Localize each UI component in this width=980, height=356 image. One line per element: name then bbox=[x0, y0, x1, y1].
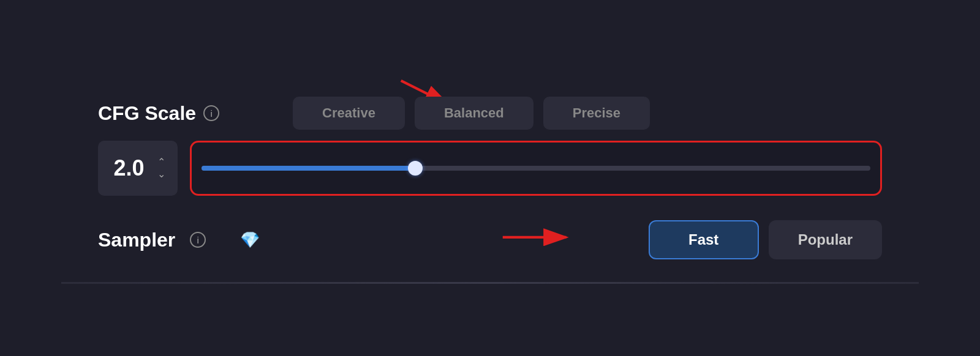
cfg-info-icon[interactable]: i bbox=[203, 105, 219, 121]
cfg-balanced-button[interactable]: Balanced bbox=[415, 97, 533, 130]
sampler-popular-button[interactable]: Popular bbox=[769, 220, 882, 259]
bottom-divider bbox=[61, 282, 919, 284]
cfg-scale-label: CFG Scale bbox=[98, 102, 196, 125]
cfg-precise-button[interactable]: Precise bbox=[543, 97, 650, 130]
sampler-label: Sampler bbox=[98, 229, 175, 251]
cfg-preset-buttons: Creative Balanced Precise bbox=[293, 97, 650, 130]
cfg-decrement-button[interactable]: ⌄ bbox=[155, 169, 168, 179]
sampler-buttons: Fast Popular bbox=[649, 220, 882, 259]
diamond-icon: 💎 bbox=[240, 231, 260, 250]
main-container: CFG Scale i Creative Balanced Precise 2.… bbox=[61, 72, 919, 284]
cfg-slider-row: 2.0 ⌃ ⌄ bbox=[98, 141, 882, 196]
cfg-value-box: 2.0 ⌃ ⌄ bbox=[98, 141, 178, 196]
cfg-slider-wrapper bbox=[190, 141, 882, 196]
cfg-scale-header: CFG Scale i Creative Balanced Precise bbox=[98, 97, 882, 130]
sampler-fast-button[interactable]: Fast bbox=[649, 220, 759, 259]
sampler-row: Sampler i 💎 Fast Popular bbox=[98, 220, 882, 259]
cfg-value: 2.0 bbox=[108, 155, 150, 181]
cfg-increment-button[interactable]: ⌃ bbox=[155, 157, 168, 167]
cfg-creative-button[interactable]: Creative bbox=[293, 97, 405, 130]
sampler-info-icon[interactable]: i bbox=[190, 232, 206, 248]
cfg-stepper: ⌃ ⌄ bbox=[155, 157, 168, 179]
cfg-slider-track bbox=[202, 166, 870, 171]
